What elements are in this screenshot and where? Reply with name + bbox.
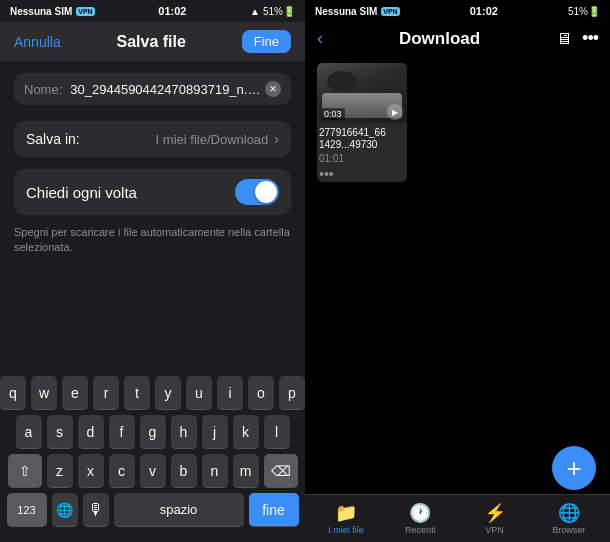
save-in-path: I miei file/Download [107, 132, 269, 147]
key-shift[interactable]: ⇧ [8, 454, 42, 488]
key-u[interactable]: u [186, 376, 212, 410]
battery-left: 51%🔋 [263, 6, 295, 17]
monitor-icon[interactable]: 🖥 [556, 30, 572, 48]
key-n[interactable]: n [202, 454, 228, 488]
key-w[interactable]: w [31, 376, 57, 410]
tab-recenti-label: Recenti [405, 525, 436, 535]
vpn-badge-left: VPN [76, 7, 94, 16]
key-space[interactable]: spazio [114, 493, 244, 527]
key-o[interactable]: o [248, 376, 274, 410]
name-value[interactable]: 30_2944590442470893719_n.mp4 [70, 82, 265, 97]
right-panel: Nessuna SIM VPN 01:02 51%🔋 ‹ Download 🖥 … [305, 0, 610, 542]
key-t[interactable]: t [124, 376, 150, 410]
key-x[interactable]: x [78, 454, 104, 488]
vpn-badge-right: VPN [381, 7, 399, 16]
key-numeric[interactable]: 123 [7, 493, 47, 527]
key-p[interactable]: p [279, 376, 305, 410]
keyboard-row-2: a s d f g h j k l [2, 415, 303, 449]
clock-icon: 🕐 [409, 502, 431, 524]
file-item[interactable]: 0:03 ▶ 277916641_661429...49730 01:01 ••… [317, 63, 407, 182]
key-v[interactable]: v [140, 454, 166, 488]
vpn-icon: ⚡ [484, 502, 506, 524]
key-globe[interactable]: 🌐 [52, 493, 78, 527]
spacer [0, 266, 305, 372]
key-q[interactable]: q [0, 376, 26, 410]
play-icon: ▶ [387, 104, 403, 120]
file-grid: 0:03 ▶ 277916641_661429...49730 01:01 ••… [305, 55, 610, 494]
right-header: ‹ Download 🖥 ••• [305, 22, 610, 55]
key-a[interactable]: a [16, 415, 42, 449]
back-button[interactable]: ‹ [317, 28, 323, 49]
file-thumbnail: 0:03 ▶ [317, 63, 407, 123]
time-right: 01:02 [470, 5, 498, 17]
save-in-row[interactable]: Salva in: I miei file/Download › [14, 121, 291, 157]
key-m[interactable]: m [233, 454, 259, 488]
right-status-left: ▲ 51%🔋 [250, 6, 295, 17]
modal-title: Salva file [61, 33, 242, 51]
header-icons: 🖥 ••• [556, 28, 598, 49]
more-options-button[interactable]: ••• [582, 28, 598, 49]
key-g[interactable]: g [140, 415, 166, 449]
key-e[interactable]: e [62, 376, 88, 410]
video-duration: 0:03 [321, 108, 345, 120]
left-status-left: Nessuna SIM VPN [10, 6, 95, 17]
key-r[interactable]: r [93, 376, 119, 410]
hint-text: Spegni per scaricare i file automaticame… [0, 221, 305, 266]
right-status-right: 51%🔋 [568, 6, 600, 17]
name-label: Nome: [24, 82, 62, 97]
keyboard-row-3: ⇧ z x c v b n m ⌫ [2, 454, 303, 488]
key-i[interactable]: i [217, 376, 243, 410]
key-h[interactable]: h [171, 415, 197, 449]
browser-icon: 🌐 [558, 502, 580, 524]
time-left: 01:02 [158, 5, 186, 17]
status-bar-left: Nessuna SIM VPN 01:02 ▲ 51%🔋 [0, 0, 305, 22]
save-in-label: Salva in: [26, 131, 107, 147]
signal-icon-left: ▲ [250, 6, 260, 17]
form-name-section: Nome: 30_2944590442470893719_n.mp4 [0, 61, 305, 115]
plus-icon: + [566, 455, 581, 481]
key-y[interactable]: y [155, 376, 181, 410]
file-time: 01:01 [317, 153, 407, 164]
tab-miei-file[interactable]: 📁 I miei file [319, 498, 374, 539]
keyboard-row-1: q w e r t y u i o p [2, 376, 303, 410]
carrier-left: Nessuna SIM [10, 6, 72, 17]
chevron-right-icon: › [274, 131, 279, 147]
key-c[interactable]: c [109, 454, 135, 488]
key-f[interactable]: f [109, 415, 135, 449]
key-z[interactable]: z [47, 454, 73, 488]
confirm-button[interactable]: Fine [242, 30, 291, 53]
keyboard-row-4: 123 🌐 🎙 spazio fine [2, 493, 303, 527]
file-more-button[interactable]: ••• [317, 166, 407, 182]
clear-button[interactable] [265, 81, 281, 97]
add-button[interactable]: + [552, 446, 596, 490]
key-d[interactable]: d [78, 415, 104, 449]
key-return[interactable]: fine [249, 493, 299, 527]
tab-bar: 📁 I miei file 🕐 Recenti ⚡ VPN 🌐 Browser [305, 494, 610, 542]
status-bar-right: Nessuna SIM VPN 01:02 51%🔋 [305, 0, 610, 22]
right-title: Download [333, 29, 546, 49]
name-row: Nome: 30_2944590442470893719_n.mp4 [14, 73, 291, 105]
toggle-label: Chiedi ogni volta [26, 184, 235, 201]
tab-browser-label: Browser [552, 525, 585, 535]
tab-browser[interactable]: 🌐 Browser [541, 498, 596, 539]
key-k[interactable]: k [233, 415, 259, 449]
key-mic[interactable]: 🎙 [83, 493, 109, 527]
left-panel: Nessuna SIM VPN 01:02 ▲ 51%🔋 Annulla Sal… [0, 0, 305, 542]
toggle-row: Chiedi ogni volta [14, 169, 291, 215]
carrier-right: Nessuna SIM [315, 6, 377, 17]
keyboard: q w e r t y u i o p a s d f g h j k l ⇧ … [0, 372, 305, 534]
tab-vpn-label: VPN [485, 525, 504, 535]
tab-miei-file-label: I miei file [328, 525, 364, 535]
tab-vpn[interactable]: ⚡ VPN [467, 498, 522, 539]
key-j[interactable]: j [202, 415, 228, 449]
key-l[interactable]: l [264, 415, 290, 449]
toggle-knob [255, 181, 277, 203]
folder-icon: 📁 [335, 502, 357, 524]
key-delete[interactable]: ⌫ [264, 454, 298, 488]
cancel-button[interactable]: Annulla [14, 34, 61, 50]
key-b[interactable]: b [171, 454, 197, 488]
toggle-switch[interactable] [235, 179, 279, 205]
key-s[interactable]: s [47, 415, 73, 449]
tab-recenti[interactable]: 🕐 Recenti [393, 498, 448, 539]
keyboard-bottom-bar [0, 534, 305, 542]
